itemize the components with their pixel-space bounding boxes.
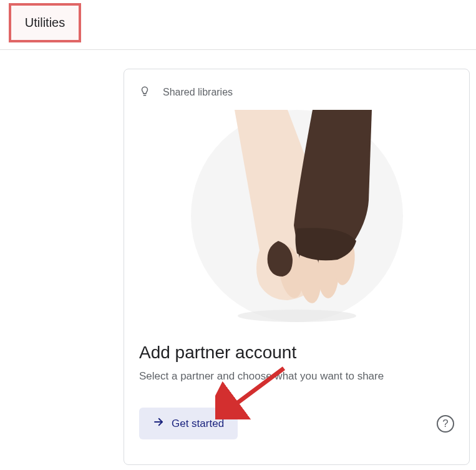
- holding-hands-illustration: [188, 107, 406, 325]
- svg-point-5: [238, 310, 356, 322]
- arrow-right-icon: [153, 416, 164, 431]
- shared-libraries-card: Shared libraries Add partner account Sel…: [124, 69, 470, 465]
- utilities-highlight-box: Utilities: [9, 3, 81, 42]
- lightbulb-icon: [139, 84, 150, 100]
- utilities-label: Utilities: [25, 16, 65, 30]
- card-header-label: Shared libraries: [163, 87, 233, 98]
- get-started-label: Get started: [172, 418, 224, 430]
- card-header: Shared libraries: [139, 84, 454, 100]
- card-footer: Get started ?: [139, 408, 454, 439]
- question-mark-icon: ?: [442, 418, 448, 430]
- help-button[interactable]: ?: [437, 415, 454, 433]
- get-started-button[interactable]: Get started: [139, 408, 238, 439]
- card-title: Add partner account: [139, 343, 454, 363]
- illustration-container: [139, 107, 454, 325]
- page-header: Utilities: [0, 0, 476, 50]
- card-subtitle: Select a partner and choose what you wan…: [139, 370, 454, 383]
